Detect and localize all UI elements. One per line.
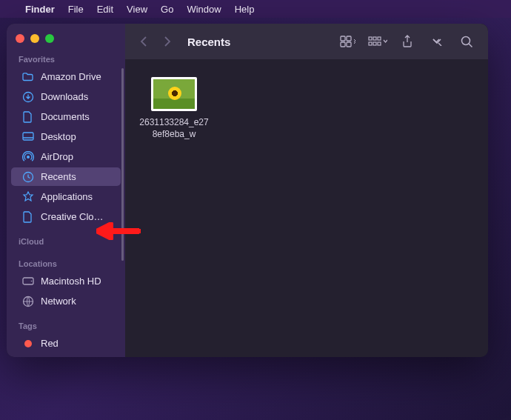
svg-rect-15	[369, 42, 372, 45]
menu-window[interactable]: Window	[187, 4, 221, 15]
sidebar: Favorites Amazon Drive Downloads Documen…	[7, 24, 125, 357]
sidebar-item-label: Red	[41, 338, 59, 350]
download-icon	[21, 90, 34, 103]
svg-rect-1	[23, 133, 33, 140]
forward-button[interactable]	[161, 34, 174, 49]
file-thumbnail	[151, 77, 197, 111]
sidebar-item-airdrop[interactable]: AirDrop	[11, 147, 121, 166]
minimize-button[interactable]	[30, 34, 39, 43]
section-tags: Tags	[7, 317, 125, 333]
file-icon	[21, 210, 34, 223]
toolbar: Recents	[125, 24, 488, 59]
sidebar-item-label: AirDrop	[41, 151, 73, 163]
sidebar-item-applications[interactable]: Applications	[11, 187, 121, 206]
group-by-button[interactable]	[368, 33, 387, 50]
section-icloud: iCloud	[7, 233, 125, 249]
menubar-appname[interactable]: Finder	[25, 4, 55, 15]
folder-icon	[21, 70, 34, 83]
sidebar-item-label: Amazon Drive	[41, 71, 101, 83]
airdrop-icon	[21, 150, 34, 163]
section-favorites: Favorites	[7, 50, 125, 67]
sidebar-scrollbar[interactable]	[121, 68, 124, 261]
svg-point-2	[27, 156, 30, 159]
applications-icon	[21, 190, 34, 203]
sidebar-item-label: Downloads	[41, 91, 88, 103]
sidebar-item-documents[interactable]: Documents	[11, 107, 121, 126]
svg-rect-17	[378, 42, 381, 45]
sidebar-item-macintosh-hd[interactable]: Macintosh HD	[11, 272, 121, 290]
sidebar-item-label: Desktop	[41, 131, 76, 143]
file-name: 2631133284_e27 8ef8eba_w	[138, 117, 210, 140]
finder-window: Favorites Amazon Drive Downloads Documen…	[7, 24, 488, 357]
section-locations: Locations	[7, 255, 125, 271]
close-button[interactable]	[16, 34, 24, 43]
svg-rect-13	[373, 37, 376, 40]
window-controls	[7, 31, 125, 50]
menu-edit[interactable]: Edit	[97, 4, 113, 15]
sidebar-item-label: Network	[41, 296, 76, 307]
menu-help[interactable]: Help	[235, 4, 255, 15]
globe-icon	[21, 295, 34, 307]
sidebar-item-label: Recents	[41, 171, 76, 183]
share-button[interactable]	[398, 33, 417, 50]
menu-file[interactable]: File	[68, 4, 84, 15]
svg-rect-14	[378, 37, 381, 40]
svg-point-7	[24, 340, 32, 347]
sidebar-item-downloads[interactable]: Downloads	[11, 87, 121, 106]
back-button[interactable]	[137, 34, 150, 49]
sidebar-item-tag-red[interactable]: Red	[11, 334, 121, 353]
main-area: Recents 2631133284_e27 8ef8eba_w	[125, 24, 488, 357]
sidebar-item-recents[interactable]: Recents	[11, 167, 121, 186]
svg-rect-11	[347, 42, 351, 47]
menu-go[interactable]: Go	[161, 4, 173, 15]
file-item[interactable]: 2631133284_e27 8ef8eba_w	[138, 77, 210, 140]
window-title: Recents	[187, 36, 328, 48]
svg-point-5	[30, 281, 32, 282]
maximize-button[interactable]	[45, 34, 54, 43]
sidebar-item-label: Documents	[41, 111, 90, 123]
svg-rect-9	[347, 36, 351, 41]
sidebar-item-label: Creative Clo…	[41, 211, 104, 223]
sidebar-item-creative-cloud[interactable]: Creative Clo…	[11, 207, 121, 226]
svg-rect-8	[341, 36, 345, 41]
content-area[interactable]: 2631133284_e27 8ef8eba_w	[125, 59, 488, 357]
menubar: Finder File Edit View Go Window Help	[0, 0, 511, 18]
svg-rect-10	[341, 42, 345, 47]
overflow-button[interactable]	[427, 33, 447, 50]
svg-rect-12	[369, 37, 372, 40]
clock-icon	[21, 170, 34, 183]
doc-icon	[21, 110, 34, 123]
sidebar-item-label: Macintosh HD	[41, 276, 101, 287]
menu-view[interactable]: View	[127, 4, 147, 15]
sidebar-item-amazon-drive[interactable]: Amazon Drive	[11, 67, 121, 86]
svg-rect-16	[373, 42, 376, 45]
search-button[interactable]	[457, 33, 476, 50]
view-icons-button[interactable]	[338, 33, 358, 50]
sidebar-item-desktop[interactable]: Desktop	[11, 127, 121, 146]
dot-red-icon	[21, 337, 34, 350]
sidebar-item-network[interactable]: Network	[11, 292, 121, 310]
svg-point-18	[461, 36, 470, 44]
desktop-icon	[21, 130, 34, 143]
hdd-icon	[21, 275, 34, 287]
sidebar-item-label: Applications	[41, 191, 93, 203]
